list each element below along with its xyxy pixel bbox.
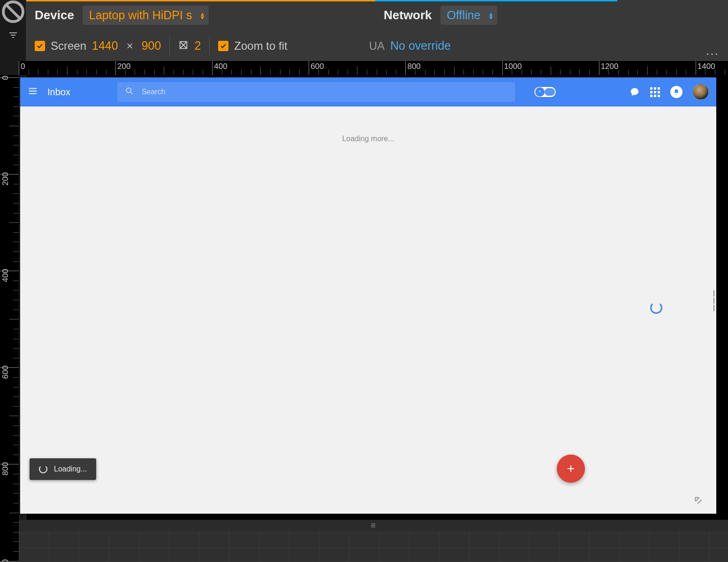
network-preset-value: Offline [447, 8, 481, 22]
svg-point-9 [126, 88, 131, 92]
dpr-icon [178, 40, 189, 52]
ua-value[interactable]: No override [390, 39, 451, 53]
zoom-label: Zoom to fit [234, 39, 287, 53]
device-label: Device [35, 8, 74, 23]
device-toolbar: Device Laptop with HiDPI s ▴▾ Network Of… [26, 0, 728, 61]
spinner-icon [650, 302, 662, 314]
screen-checkbox[interactable] [35, 41, 45, 51]
header-icons [629, 84, 709, 100]
svg-line-1 [7, 5, 20, 18]
apps-icon[interactable] [650, 87, 660, 97]
resize-handle-icon[interactable] [694, 496, 703, 507]
loading-more-text: Loading more... [20, 106, 716, 143]
inbox-title: Inbox [47, 87, 70, 98]
device-preset-value: Laptop with HiDPI s [89, 8, 192, 22]
loading-toast: Loading... [30, 458, 96, 480]
pin-toggle[interactable] [534, 86, 556, 98]
network-preset-select[interactable]: Offline ▴▾ [440, 6, 498, 25]
timeline-grid [19, 531, 728, 562]
spinner-icon [39, 465, 47, 473]
toast-text: Loading... [54, 465, 87, 473]
search-input[interactable] [142, 88, 508, 96]
dpr-value[interactable]: 2 [194, 39, 201, 53]
more-menu-icon[interactable]: ⋯ [705, 46, 720, 61]
avatar[interactable] [693, 84, 709, 100]
ruler-horizontal: 0200400600800100012001400 [19, 61, 728, 75]
select-arrows-icon: ▴▾ [201, 12, 204, 19]
dimension-x: × [127, 39, 133, 53]
ruler-vertical: 02004006008001000 [0, 75, 19, 562]
zoom-checkbox[interactable] [218, 41, 228, 51]
divider [209, 37, 210, 55]
ua-label: UA [369, 39, 385, 53]
emulated-viewport: Inbox Loading more... [20, 77, 716, 514]
divider [169, 37, 170, 55]
screen-label: Screen [51, 39, 86, 53]
select-arrows-icon: ▴▾ [489, 12, 493, 19]
filter-icon[interactable] [0, 23, 26, 47]
drawer-drag-handle-icon[interactable]: ≡ [19, 520, 728, 532]
pin-icon [535, 87, 545, 97]
console-drawer: ≡ [19, 520, 728, 562]
viewport-drag-handle[interactable] [712, 290, 716, 311]
hamburger-icon[interactable] [28, 86, 38, 98]
no-entry-icon[interactable] [0, 0, 26, 23]
device-preset-select[interactable]: Laptop with HiDPI s ▴▾ [83, 6, 209, 25]
search-icon [125, 86, 134, 98]
chat-icon[interactable] [629, 87, 640, 97]
notifications-icon[interactable] [670, 86, 682, 98]
screen-height[interactable]: 900 [142, 39, 161, 53]
compose-fab[interactable] [557, 455, 585, 483]
svg-line-10 [130, 92, 132, 94]
inbox-header: Inbox [20, 77, 716, 106]
network-label: Network [384, 8, 432, 23]
search-bar[interactable] [117, 82, 515, 102]
toggle-track [545, 88, 555, 96]
screen-width[interactable]: 1440 [92, 39, 118, 53]
